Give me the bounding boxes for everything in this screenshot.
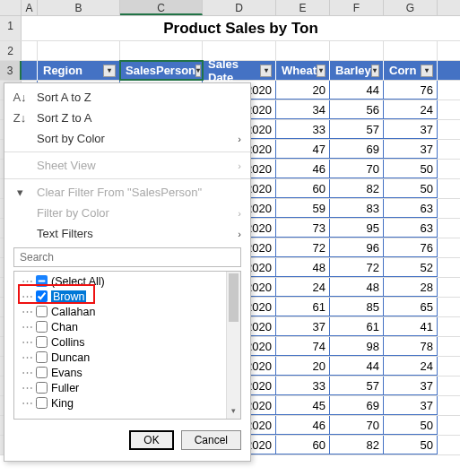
cell-corn[interactable]: 50 bbox=[384, 436, 438, 454]
cell-wheat[interactable]: 37 bbox=[276, 317, 330, 336]
sort-az[interactable]: A↓Sort A to Z bbox=[4, 87, 250, 108]
checklist-scrollbar[interactable]: ▴ ▾ bbox=[226, 272, 240, 419]
row-header-1[interactable]: 1 bbox=[0, 16, 22, 40]
filter-search-input[interactable] bbox=[13, 247, 241, 267]
header-corn[interactable]: Corn▾ bbox=[384, 61, 438, 80]
cell-barley[interactable]: 82 bbox=[330, 179, 384, 198]
cell-corn[interactable]: 28 bbox=[384, 278, 438, 297]
filter-item[interactable]: ⋯Evans bbox=[20, 365, 221, 380]
filter-checkbox[interactable] bbox=[36, 275, 48, 287]
cell-barley[interactable]: 82 bbox=[330, 436, 384, 454]
cell-wheat[interactable]: 60 bbox=[276, 436, 330, 454]
cell-corn[interactable]: 76 bbox=[384, 81, 438, 100]
filter-dropdown-wheat[interactable]: ▾ bbox=[317, 65, 325, 77]
cancel-button[interactable]: Cancel bbox=[181, 430, 241, 450]
cell-wheat[interactable]: 48 bbox=[276, 258, 330, 277]
cell-corn[interactable]: 78 bbox=[384, 337, 438, 356]
cell-wheat[interactable]: 73 bbox=[276, 219, 330, 238]
sort-za[interactable]: Z↓Sort Z to A bbox=[4, 108, 250, 128]
text-filters[interactable]: Text Filters› bbox=[4, 223, 250, 244]
cell-corn[interactable]: 37 bbox=[384, 120, 438, 139]
filter-dropdown-corn[interactable]: ▾ bbox=[421, 65, 433, 77]
cell-barley[interactable]: 95 bbox=[330, 219, 384, 238]
cell-wheat[interactable]: 47 bbox=[276, 140, 330, 159]
col-header-G[interactable]: G bbox=[384, 0, 438, 15]
cell-wheat[interactable]: 33 bbox=[276, 376, 330, 395]
cell-barley[interactable]: 48 bbox=[330, 278, 384, 297]
cell-wheat[interactable]: 72 bbox=[276, 238, 330, 257]
row-header-2[interactable]: 2 bbox=[0, 41, 22, 60]
cell-barley[interactable]: 57 bbox=[330, 376, 384, 395]
filter-item[interactable]: ⋯Callahan bbox=[20, 304, 221, 319]
cell-barley[interactable]: 85 bbox=[330, 298, 384, 316]
cell-wheat[interactable]: 59 bbox=[276, 199, 330, 218]
filter-checkbox[interactable] bbox=[36, 321, 48, 333]
filter-item[interactable]: ⋯Brown bbox=[20, 289, 221, 304]
col-header-B[interactable]: B bbox=[38, 0, 120, 15]
filter-checkbox[interactable] bbox=[36, 351, 48, 363]
cell-barley[interactable]: 98 bbox=[330, 337, 384, 356]
cell-wheat[interactable]: 46 bbox=[276, 416, 330, 435]
cell-barley[interactable]: 69 bbox=[330, 396, 384, 415]
cell-barley[interactable]: 72 bbox=[330, 258, 384, 277]
filter-checkbox[interactable] bbox=[36, 367, 48, 378]
cell-corn[interactable]: 41 bbox=[384, 317, 438, 336]
filter-checkbox[interactable] bbox=[36, 336, 48, 348]
cell-barley[interactable]: 44 bbox=[330, 357, 384, 376]
cell-corn[interactable]: 52 bbox=[384, 258, 438, 277]
cell-corn[interactable]: 50 bbox=[384, 179, 438, 198]
filter-item[interactable]: ⋯King bbox=[20, 395, 221, 411]
cell-corn[interactable]: 63 bbox=[384, 219, 438, 238]
cell-barley[interactable]: 56 bbox=[330, 100, 384, 119]
filter-dropdown-salesdate[interactable]: ▾ bbox=[260, 65, 272, 77]
filter-checkbox[interactable] bbox=[36, 382, 48, 394]
col-header-C[interactable]: C bbox=[120, 0, 203, 15]
filter-dropdown-region[interactable]: ▾ bbox=[103, 65, 116, 77]
cell-corn[interactable]: 37 bbox=[384, 396, 438, 415]
filter-item[interactable]: ⋯Fuller bbox=[20, 380, 221, 395]
cell-barley[interactable]: 70 bbox=[330, 416, 384, 435]
cell-corn[interactable]: 65 bbox=[384, 298, 438, 316]
filter-item[interactable]: ⋯Chan bbox=[20, 319, 221, 334]
filter-checkbox[interactable] bbox=[36, 306, 48, 317]
cell-corn[interactable]: 76 bbox=[384, 238, 438, 257]
cell-barley[interactable]: 57 bbox=[330, 120, 384, 139]
col-header-A[interactable]: A bbox=[22, 0, 38, 15]
cell-corn[interactable]: 24 bbox=[384, 100, 438, 119]
cell-corn[interactable]: 50 bbox=[384, 416, 438, 435]
col-header-F[interactable]: F bbox=[330, 0, 384, 15]
scroll-down-icon[interactable]: ▾ bbox=[227, 406, 240, 419]
cell-barley[interactable]: 83 bbox=[330, 199, 384, 218]
cell-wheat[interactable]: 20 bbox=[276, 81, 330, 100]
header-wheat[interactable]: Wheat▾ bbox=[276, 61, 330, 80]
cell-corn[interactable]: 37 bbox=[384, 140, 438, 159]
scroll-thumb[interactable] bbox=[229, 273, 239, 322]
cell-corn[interactable]: 63 bbox=[384, 199, 438, 218]
select-all-corner[interactable] bbox=[0, 0, 22, 15]
cell-wheat[interactable]: 61 bbox=[276, 298, 330, 316]
sort-by-color[interactable]: Sort by Color› bbox=[4, 128, 250, 149]
header-salesdate[interactable]: Sales Date▾ bbox=[203, 61, 276, 80]
col-header-E[interactable]: E bbox=[276, 0, 330, 15]
cell-barley[interactable]: 61 bbox=[330, 317, 384, 336]
cell-wheat[interactable]: 33 bbox=[276, 120, 330, 139]
cell-corn[interactable]: 50 bbox=[384, 160, 438, 178]
ok-button[interactable]: OK bbox=[129, 430, 173, 450]
cell-corn[interactable]: 24 bbox=[384, 357, 438, 376]
cell-barley[interactable]: 70 bbox=[330, 160, 384, 178]
row-header-3[interactable]: 3 bbox=[0, 61, 22, 80]
cell-barley[interactable]: 44 bbox=[330, 81, 384, 100]
col-header-D[interactable]: D bbox=[203, 0, 276, 15]
header-salesperson[interactable]: SalesPerson▾ bbox=[120, 61, 203, 80]
cell-barley[interactable]: 96 bbox=[330, 238, 384, 257]
cell-corn[interactable]: 37 bbox=[384, 376, 438, 395]
cell-wheat[interactable]: 46 bbox=[276, 160, 330, 178]
cell-wheat[interactable]: 20 bbox=[276, 357, 330, 376]
filter-checkbox[interactable] bbox=[36, 397, 48, 409]
filter-item[interactable]: ⋯Collins bbox=[20, 334, 221, 350]
cell-wheat[interactable]: 60 bbox=[276, 179, 330, 198]
filter-item[interactable]: ⋯Duncan bbox=[20, 350, 221, 365]
cell-barley[interactable]: 69 bbox=[330, 140, 384, 159]
cell-wheat[interactable]: 74 bbox=[276, 337, 330, 356]
cell-wheat[interactable]: 34 bbox=[276, 100, 330, 119]
